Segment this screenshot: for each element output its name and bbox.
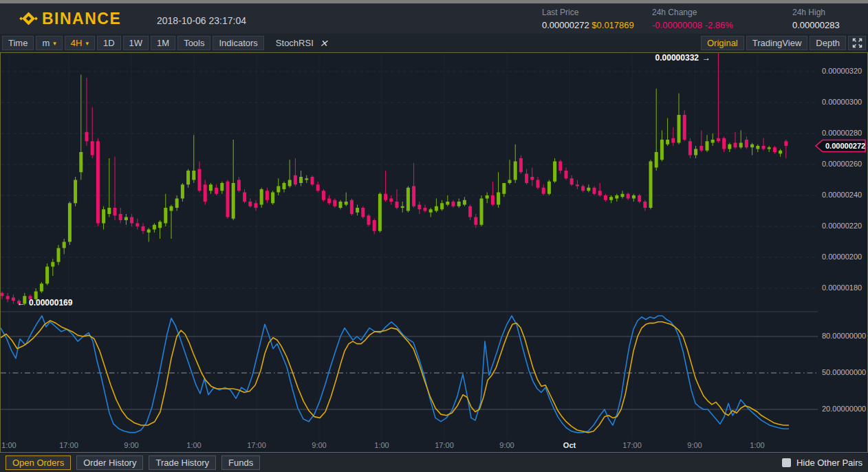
- low-price-annotation: ← 0.00000169: [17, 298, 72, 308]
- depth-button[interactable]: Depth: [810, 36, 846, 50]
- time-axis[interactable]: 1:0017:009:001:0017:009:001:0017:009:00O…: [1, 440, 818, 452]
- last-price-value: 0.00000272: [542, 20, 589, 30]
- time-axis-label: 1:00: [750, 441, 764, 449]
- stat-label: Last Price: [542, 8, 634, 17]
- interval-minutes-dropdown[interactable]: m▾: [36, 36, 62, 50]
- stochrsi-axis-label: 80.00000000: [822, 332, 866, 340]
- hide-other-pairs-control: Hide Other Pairs: [782, 458, 862, 468]
- price-axis-label: 0.00000200: [822, 253, 862, 261]
- stochrsi-axis-label: 20.00000000: [822, 405, 866, 413]
- stat-24h-high: 24h High 0.00000283: [792, 8, 840, 30]
- time-axis-label: 9:00: [687, 441, 702, 449]
- time-axis-label: 1:00: [374, 441, 389, 449]
- time-axis-label: 9:00: [124, 441, 138, 449]
- tools-button[interactable]: Tools: [177, 36, 210, 50]
- stat-24h-change: 24h Change -0.00000008 -2.86%: [652, 8, 733, 30]
- chart-toolbar: Time m▾ 4H▾ 1D 1W 1M Tools Indicators St…: [0, 34, 868, 52]
- stat-label: 24h Change: [652, 8, 733, 17]
- time-axis-label: 9:00: [499, 441, 514, 449]
- hide-other-pairs-checkbox[interactable]: [782, 458, 791, 467]
- svg-text:0.00000272: 0.00000272: [825, 142, 865, 150]
- indicators-button[interactable]: Indicators: [213, 36, 263, 50]
- stat-last-price: Last Price 0.00000272 $0.017869: [542, 8, 634, 30]
- time-axis-label: 17:00: [435, 441, 454, 449]
- header-bar: BINANCE 2018-10-06 23:17:04 Last Price 0…: [0, 3, 868, 34]
- high-price-annotation: 0.00000332 →: [594, 53, 710, 63]
- time-button[interactable]: Time: [2, 36, 34, 50]
- time-axis-label: 17:00: [622, 441, 642, 449]
- current-datetime: 2018-10-06 23:17:04: [157, 15, 246, 26]
- price-axis-label: 0.00000260: [822, 160, 862, 168]
- expand-icon: [852, 38, 862, 48]
- time-axis-label: 17:00: [247, 441, 266, 449]
- fullscreen-button[interactable]: [848, 36, 866, 50]
- last-price-tag: 0.00000272: [814, 139, 867, 153]
- binance-logo[interactable]: BINANCE: [19, 10, 121, 28]
- interval-1m-button[interactable]: 1M: [151, 36, 175, 50]
- price-axis-label: 0.00000320: [822, 67, 862, 75]
- arrow-left-icon: ←: [17, 298, 25, 308]
- indicator-name: StochRSI: [276, 38, 314, 48]
- bottom-bar: Open Orders Order History Trade History …: [0, 453, 868, 472]
- price-axis-label: 0.00000300: [822, 98, 862, 106]
- price-axis[interactable]: 0.00000272 0.000003200.000003000.0000028…: [818, 53, 867, 452]
- original-view-button[interactable]: Original: [701, 36, 744, 50]
- time-axis-label: Oct: [563, 441, 576, 449]
- stat-label: 24h High: [792, 8, 840, 17]
- price-axis-label: 0.00000180: [822, 283, 862, 292]
- trading-screen: BINANCE 2018-10-06 23:17:04 Last Price 0…: [0, 0, 868, 472]
- time-axis-label: 17:00: [59, 441, 78, 449]
- interval-1w-button[interactable]: 1W: [123, 36, 149, 50]
- time-axis-label: 1:00: [1, 441, 16, 449]
- last-price-usd: $0.017869: [592, 20, 633, 30]
- price-axis-label: 0.00000240: [822, 191, 862, 199]
- price-axis-label: 0.00000280: [822, 129, 862, 137]
- price-axis-label: 0.00000220: [822, 222, 862, 230]
- binance-diamond-icon: [19, 10, 38, 28]
- chevron-down-icon: ▾: [53, 40, 56, 47]
- tab-order-history[interactable]: Order History: [76, 455, 143, 470]
- tab-funds[interactable]: Funds: [221, 455, 260, 470]
- high-value: 0.00000283: [792, 20, 840, 30]
- chevron-down-icon: ▾: [85, 40, 89, 47]
- time-axis-label: 9:00: [312, 441, 326, 449]
- interval-1d-button[interactable]: 1D: [97, 36, 121, 50]
- time-axis-label: 1:00: [186, 441, 201, 449]
- change-percent: -2.86%: [705, 20, 733, 30]
- stochrsi-axis-label: 50.00000000: [822, 368, 866, 376]
- remove-indicator-icon[interactable]: ✕: [320, 38, 328, 49]
- tab-trade-history[interactable]: Trade History: [149, 455, 216, 470]
- active-indicator-chip: StochRSI ✕: [276, 38, 328, 49]
- tradingview-button[interactable]: TradingView: [746, 36, 808, 50]
- arrow-right-icon: →: [702, 53, 710, 63]
- interval-4h-dropdown[interactable]: 4H▾: [65, 36, 95, 50]
- tab-open-orders[interactable]: Open Orders: [6, 455, 71, 470]
- brand-text: BINANCE: [42, 10, 121, 28]
- change-value: -0.00000008: [652, 20, 702, 30]
- chart-panel: 0.00000332 → ← 0.00000169 1:0017:009:001…: [0, 52, 868, 453]
- hide-other-pairs-label: Hide Other Pairs: [796, 458, 862, 468]
- candlestick-stochrsi-plot[interactable]: [1, 53, 818, 440]
